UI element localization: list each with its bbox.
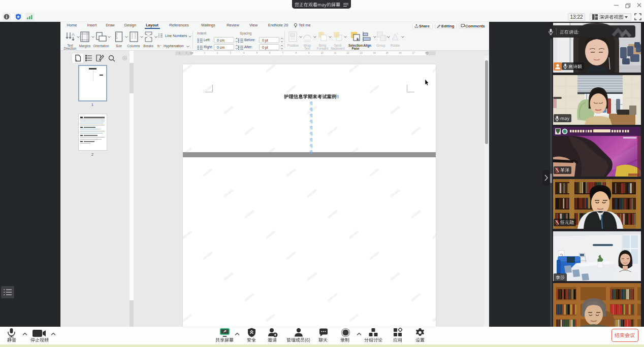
svg-text:A: A (72, 32, 75, 37)
svg-text:b⁻: b⁻ (157, 44, 162, 48)
